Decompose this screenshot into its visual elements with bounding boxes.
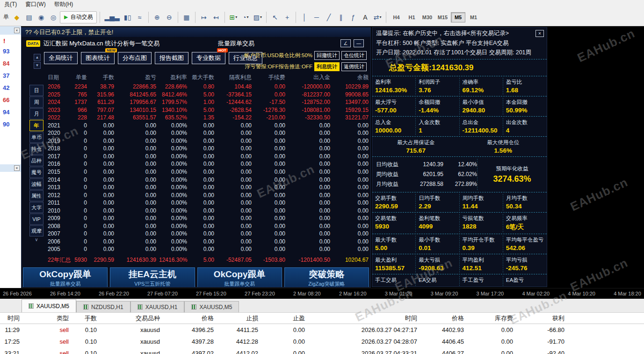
market-watch-price[interactable]: 37 — [0, 70, 21, 82]
stats-tab-报告截图[interactable]: 报告截图 — [155, 52, 188, 64]
line-chart-icon[interactable]: ≈ — [134, 12, 145, 23]
year-row-2024[interactable]: 20241737611.29179956.671799.57%1.00-1244… — [46, 98, 371, 106]
year-row-2018[interactable]: 201800.000.000.00%0.000.000.000.000.00 — [46, 145, 371, 153]
year-row-2011[interactable]: 201100.000.000.00%0.000.000.000.000.00 — [46, 199, 371, 207]
year-row-2012[interactable]: 201200.000.000.00%0.000.000.000.000.00 — [46, 192, 371, 199]
cursor-icon[interactable]: ↖ — [269, 12, 281, 23]
stats-button-利息统计[interactable]: 利息统计 — [314, 62, 340, 71]
promo-banner[interactable]: 挂EA云主机VPS三五折托管 — [110, 267, 195, 288]
trade-row[interactable]: 33:21sell0.10xauusd4397.024412.020.00202… — [0, 347, 644, 354]
stats-tab-专业数据[interactable]: 专业数据HOT — [192, 52, 225, 64]
menu-item-员(T)[interactable]: 员(T) — [0, 0, 21, 8]
menu-item-窗口(W)[interactable]: 窗口(W) — [21, 0, 50, 8]
data-window-icon[interactable]: ◉ — [36, 12, 47, 23]
trade-column-header-10[interactable]: 获利 — [517, 313, 568, 324]
column-header-手数[interactable]: 手数 — [90, 74, 117, 81]
year-row-2021[interactable]: 202100.000.000.00%0.000.000.000.000.00 — [46, 122, 371, 130]
year-row-2014[interactable]: 201400.000.000.00%0.000.000.000.000.00 — [46, 176, 371, 184]
column-header-盈亏[interactable]: 盈亏 — [117, 74, 159, 81]
trendline-icon[interactable]: ╱ — [323, 12, 334, 23]
year-row-2026[interactable]: 2026223438.7922866.35228.66%0.80104.480.… — [46, 83, 371, 91]
timeframe-button-M30[interactable]: M30 — [420, 12, 434, 22]
stats-button-回撤统计[interactable]: 回撤统计 — [314, 51, 340, 60]
column-header-手续费[interactable]: 手续费 — [254, 74, 288, 81]
menu-item-帮助(H)[interactable]: 帮助(H) — [50, 0, 78, 8]
year-row-2006[interactable]: 200600.000.000.00%0.000.000.000.000.00 — [46, 238, 371, 246]
timeframe-button-H4[interactable]: H4 — [389, 12, 404, 22]
stats-tab-全局统计[interactable]: 全局统计 — [44, 52, 78, 64]
chart-tab-NZDUSD,H1[interactable]: NZDUSD,H1 — [76, 301, 130, 312]
nav-button-观摩[interactable]: 观摩 — [29, 225, 43, 236]
trade-column-header-6[interactable]: 止盈 — [262, 313, 309, 324]
close-icon[interactable]: × — [14, 165, 20, 171]
stats-tab-分布点图[interactable]: 分布点图 — [118, 52, 152, 64]
nav-button-品种[interactable]: 品种 — [29, 155, 43, 166]
trade-column-header-3[interactable]: 交易品种 — [101, 313, 164, 324]
auto-scroll-icon[interactable]: ↤ — [210, 12, 222, 23]
trade-column-header-5[interactable]: 止损 — [217, 313, 262, 324]
fibonacci-icon[interactable]: ƒ — [347, 12, 359, 23]
column-header-单量[interactable]: 单量 — [68, 74, 90, 81]
tile-windows-icon[interactable]: ▦ — [181, 12, 192, 23]
nav-button-单币[interactable]: 单币 — [29, 132, 43, 143]
stats-button-仓位统计[interactable]: 仓位统计 — [341, 51, 367, 60]
nav-button-VIP[interactable]: VIP — [29, 214, 43, 225]
year-row-2016[interactable]: 201600.000.000.00%0.000.000.000.000.00 — [46, 160, 371, 168]
resize-button[interactable]: ∠ — [340, 39, 351, 47]
timeframe-button-M15[interactable]: M15 — [435, 12, 450, 22]
arrows-icon[interactable]: ⇄▾ — [372, 12, 383, 23]
year-row-2010[interactable]: 201000.000.000.00%0.000.000.000.000.00 — [46, 207, 371, 215]
vertical-line-icon[interactable]: │ — [299, 12, 310, 23]
column-header-最大手数[interactable]: 最大手数 — [190, 74, 217, 81]
trade-column-header-7[interactable]: 时间 — [309, 313, 421, 324]
market-watch-price[interactable]: 90 — [0, 118, 21, 131]
crosshair-icon[interactable]: + — [282, 12, 293, 23]
year-row-2007[interactable]: 200700.000.000.00%0.000.000.000.000.00 — [46, 230, 371, 238]
text-icon[interactable]: A — [360, 12, 371, 23]
year-row-2013[interactable]: 201300.000.000.00%0.000.000.000.000.00 — [46, 184, 371, 192]
stats-button-返佣统计[interactable]: 返佣统计 — [341, 62, 367, 71]
indicators-icon[interactable]: ▨▾ — [252, 12, 263, 23]
channel-icon[interactable]: ∥ — [335, 12, 347, 23]
timeframe-button-M1[interactable]: M1 — [466, 12, 481, 22]
market-watch-price[interactable]: 93 — [0, 45, 21, 58]
trade-column-header-8[interactable]: 价格 — [421, 313, 468, 324]
promo-banner[interactable]: 突破策略ZigZag突破策略 — [284, 267, 369, 288]
chart-tab-XAUUSD,M5[interactable]: XAUUSD,M5 — [22, 299, 76, 312]
nav-button-大字[interactable]: 大字 — [29, 202, 43, 213]
zoom-in-icon[interactable]: ⊕ — [152, 12, 163, 23]
chart-tab-XAUUSD,H1[interactable]: XAUUSD,H1 — [130, 301, 185, 312]
trade-row[interactable]: 11:29sell0.10xauusd4396.254411.250.00202… — [0, 324, 644, 336]
horizontal-line-icon[interactable]: ─ — [311, 12, 322, 23]
trade-column-header-1[interactable]: 类型 — [23, 313, 72, 324]
column-header-日期[interactable]: 日期 — [46, 74, 68, 81]
timeframe-button-M5[interactable]: M5 — [451, 12, 465, 22]
promo-banner[interactable]: OkCopy跟单批量跟单交易 — [23, 267, 108, 288]
column-header-隔夜利息[interactable]: 隔夜利息 — [217, 74, 254, 81]
new-chart-icon[interactable]: ⊞▾ — [228, 12, 239, 23]
nav-more-arrow[interactable]: ∨ — [29, 237, 43, 242]
zoom-out-icon[interactable]: ⊖ — [164, 12, 175, 23]
trade-row[interactable]: 17:25sell0.10xauusd4397.284412.280.00202… — [0, 336, 644, 347]
trade-column-header-0[interactable]: 时间 — [0, 313, 23, 324]
chart-tab-XAUUSD,M5[interactable]: XAUUSD,M5 — [184, 301, 239, 312]
nav-button-属性[interactable]: 属性 — [29, 190, 43, 201]
year-row-2023[interactable]: 2023966797.07134010.151340.10%5.00-2628.… — [46, 106, 371, 114]
candlestick-chart-icon[interactable]: ▮▯ — [122, 12, 133, 23]
trade-column-header-4[interactable]: 价格 — [164, 313, 217, 324]
nav-button-日[interactable]: 日 — [29, 85, 43, 96]
year-row-2009[interactable]: 200900.000.000.00%0.000.000.000.000.00 — [46, 214, 371, 222]
stats-tab-图表统计[interactable]: 图表统计NEW — [81, 52, 115, 64]
market-watch-price[interactable]: 42 — [0, 82, 21, 94]
year-row-2025[interactable]: 2025765315.96841245.658412.46%5.00-37364… — [46, 91, 371, 99]
promo-banner[interactable]: OkCopy跟单批量跟单交易 — [197, 267, 282, 288]
trade-column-header-2[interactable]: 手数 — [72, 313, 101, 324]
close-button[interactable]: × — [535, 30, 544, 37]
chart-shift-icon[interactable]: ↦ — [198, 12, 210, 23]
scroll-up-icon[interactable]: ▲ — [34, 54, 41, 61]
year-row-2022[interactable]: 2022228217.4863551.57635.52%1.35-154.22-… — [46, 114, 371, 122]
year-row-2020[interactable]: 202000.000.000.00%0.000.000.000.000.00 — [46, 129, 371, 137]
market-watch-price[interactable]: 84 — [0, 58, 21, 70]
nav-button-魔号[interactable]: 魔号 — [29, 167, 43, 178]
close-icon[interactable]: × — [14, 28, 20, 33]
